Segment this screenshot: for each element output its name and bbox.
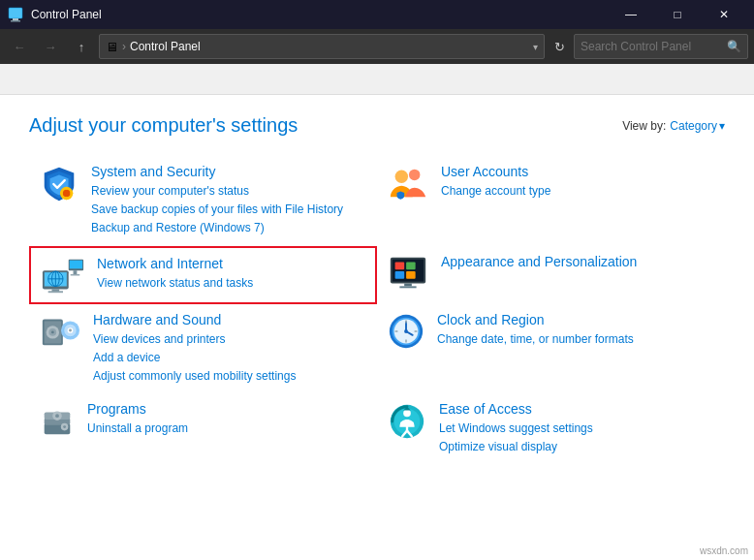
programs-content: Programs Uninstall a program bbox=[87, 401, 367, 438]
page-title: Adjust your computer's settings bbox=[29, 114, 298, 137]
system-security-link2[interactable]: Save backup copies of your files with Fi… bbox=[91, 201, 367, 219]
system-security-title[interactable]: System and Security bbox=[91, 164, 367, 179]
address-text: Control Panel bbox=[130, 40, 529, 53]
refresh-button[interactable]: ↻ bbox=[549, 36, 570, 57]
hardware-sound-icon bbox=[39, 312, 81, 349]
appearance-content: Appearance and Personalization bbox=[441, 254, 715, 272]
main-content: Adjust your computer's settings View by:… bbox=[0, 95, 754, 560]
up-button[interactable]: ↑ bbox=[68, 33, 95, 60]
network-internet-icon bbox=[41, 256, 85, 295]
svg-rect-21 bbox=[74, 270, 78, 274]
svg-rect-1 bbox=[13, 18, 18, 20]
window-controls: — □ ✕ bbox=[609, 0, 746, 29]
search-box[interactable]: 🔍 bbox=[574, 34, 748, 59]
category-hardware-sound: Hardware and Sound View devices and prin… bbox=[29, 304, 377, 394]
viewby-dropdown[interactable]: Category ▾ bbox=[670, 119, 725, 133]
forward-button[interactable]: → bbox=[37, 33, 64, 60]
back-button[interactable]: ← bbox=[6, 33, 33, 60]
svg-point-54 bbox=[55, 414, 59, 418]
hardware-sound-title[interactable]: Hardware and Sound bbox=[93, 312, 367, 327]
view-by: View by: Category ▾ bbox=[622, 119, 725, 133]
category-clock-region: Clock and Region Change date, time, or n… bbox=[377, 304, 725, 394]
categories-grid: System and Security Review your computer… bbox=[29, 156, 725, 465]
programs-link1[interactable]: Uninstall a program bbox=[87, 420, 367, 438]
svg-rect-25 bbox=[395, 262, 405, 269]
clock-region-content: Clock and Region Change date, time, or n… bbox=[437, 312, 715, 349]
appearance-title[interactable]: Appearance and Personalization bbox=[441, 254, 715, 269]
maximize-button[interactable]: □ bbox=[655, 0, 700, 29]
category-programs: Programs Uninstall a program bbox=[29, 393, 377, 464]
svg-point-59 bbox=[403, 410, 411, 418]
clock-region-link1[interactable]: Change date, time, or number formats bbox=[437, 330, 715, 349]
svg-rect-5 bbox=[66, 187, 68, 190]
hardware-sound-link1[interactable]: View devices and printers bbox=[93, 330, 367, 349]
user-accounts-link1[interactable]: Change account type bbox=[441, 182, 715, 201]
system-security-link1[interactable]: Review your computer's status bbox=[91, 182, 367, 201]
svg-point-35 bbox=[51, 330, 54, 333]
svg-point-39 bbox=[69, 328, 72, 331]
svg-point-45 bbox=[404, 329, 408, 333]
network-internet-content: Network and Internet View network status… bbox=[97, 256, 365, 293]
programs-icon bbox=[39, 401, 76, 438]
title-bar: Control Panel — □ ✕ bbox=[0, 0, 754, 29]
ease-of-access-icon bbox=[387, 401, 427, 442]
svg-rect-28 bbox=[406, 271, 416, 279]
svg-rect-30 bbox=[399, 286, 416, 288]
category-ease-of-access: Ease of Access Let Windows suggest setti… bbox=[377, 393, 725, 464]
user-accounts-title[interactable]: User Accounts bbox=[441, 164, 715, 179]
hardware-sound-content: Hardware and Sound View devices and prin… bbox=[93, 312, 367, 387]
svg-rect-18 bbox=[48, 291, 63, 293]
svg-rect-26 bbox=[406, 262, 416, 269]
svg-rect-22 bbox=[71, 274, 80, 275]
search-input[interactable] bbox=[581, 40, 727, 53]
user-accounts-icon bbox=[387, 164, 429, 202]
app-icon bbox=[8, 7, 23, 22]
ease-of-access-link2[interactable]: Optimize visual display bbox=[439, 438, 715, 456]
category-system-security: System and Security Review your computer… bbox=[29, 156, 377, 246]
category-appearance: Appearance and Personalization bbox=[377, 246, 725, 304]
svg-point-56 bbox=[63, 425, 66, 428]
search-icon: 🔍 bbox=[727, 40, 741, 53]
svg-point-10 bbox=[409, 170, 420, 180]
svg-rect-8 bbox=[70, 193, 73, 195]
address-field[interactable]: 🖥 › Control Panel ▾ bbox=[99, 34, 545, 59]
category-user-accounts: User Accounts Change account type bbox=[377, 156, 725, 246]
svg-rect-7 bbox=[60, 193, 63, 195]
network-internet-link1[interactable]: View network status and tasks bbox=[97, 274, 365, 293]
system-security-content: System and Security Review your computer… bbox=[91, 164, 367, 238]
programs-title[interactable]: Programs bbox=[87, 401, 367, 417]
system-security-link3[interactable]: Backup and Restore (Windows 7) bbox=[91, 219, 367, 237]
close-button[interactable]: ✕ bbox=[702, 0, 746, 29]
address-bar: ← → ↑ 🖥 › Control Panel ▾ ↻ 🔍 bbox=[0, 29, 754, 64]
address-chevron: ▾ bbox=[533, 42, 538, 52]
ease-of-access-content: Ease of Access Let Windows suggest setti… bbox=[439, 401, 715, 456]
svg-rect-2 bbox=[11, 20, 20, 22]
svg-rect-6 bbox=[66, 197, 68, 200]
system-security-icon bbox=[39, 164, 79, 204]
appearance-icon bbox=[387, 254, 429, 293]
svg-rect-27 bbox=[395, 271, 405, 279]
network-internet-title[interactable]: Network and Internet bbox=[97, 256, 365, 271]
svg-rect-20 bbox=[70, 260, 82, 268]
window-title: Control Panel bbox=[31, 8, 601, 21]
viewby-label: View by: bbox=[622, 119, 666, 133]
svg-rect-29 bbox=[404, 283, 412, 286]
page-header: Adjust your computer's settings View by:… bbox=[29, 114, 725, 137]
svg-point-9 bbox=[395, 171, 408, 183]
user-accounts-content: User Accounts Change account type bbox=[441, 164, 715, 201]
ease-of-access-link1[interactable]: Let Windows suggest settings bbox=[439, 420, 715, 438]
toolbar bbox=[0, 64, 754, 95]
svg-point-4 bbox=[63, 190, 71, 198]
hardware-sound-link3[interactable]: Adjust commonly used mobility settings bbox=[93, 367, 367, 386]
watermark: wsxdn.com bbox=[700, 545, 748, 556]
svg-rect-0 bbox=[9, 8, 22, 18]
clock-region-icon bbox=[387, 312, 425, 351]
hardware-sound-link2[interactable]: Add a device bbox=[93, 349, 367, 367]
clock-region-title[interactable]: Clock and Region bbox=[437, 312, 715, 327]
ease-of-access-title[interactable]: Ease of Access bbox=[439, 401, 715, 417]
category-network-internet: Network and Internet View network status… bbox=[29, 246, 377, 304]
minimize-button[interactable]: — bbox=[609, 0, 653, 29]
